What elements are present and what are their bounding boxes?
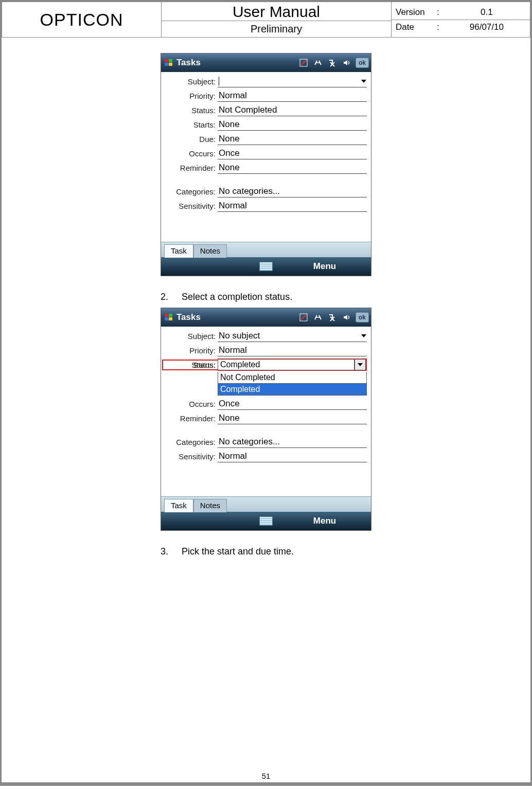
status-option-completed[interactable]: Completed xyxy=(218,384,367,396)
starts-label: Starts: xyxy=(162,120,218,129)
subject-field[interactable] xyxy=(218,75,367,87)
step-2-text: Select a completion status. xyxy=(182,292,292,302)
text-cursor xyxy=(219,77,219,86)
svg-rect-11 xyxy=(169,317,172,320)
status-option-not-completed[interactable]: Not Completed xyxy=(218,372,367,384)
reminder-field[interactable]: None xyxy=(218,412,367,424)
sensitivity-field[interactable]: Normal xyxy=(218,450,367,462)
keyboard-button[interactable] xyxy=(254,262,278,271)
reminder-row: Reminder: None xyxy=(162,411,370,425)
form-area-b: Subject: No subject Priority: Normal Sta… xyxy=(161,327,371,496)
priority-row: Priority: Normal xyxy=(162,343,370,357)
reminder-field[interactable]: None xyxy=(218,162,367,174)
ok-button[interactable]: ok xyxy=(356,58,369,68)
sensitivity-field[interactable]: Normal xyxy=(218,200,367,212)
chevron-down-icon[interactable] xyxy=(361,77,367,87)
categories-field[interactable]: No categories... xyxy=(218,436,367,448)
date-label: Date xyxy=(392,20,433,34)
version-label: Version xyxy=(392,5,433,20)
priority-field[interactable]: Normal xyxy=(218,344,367,356)
connectivity-icon[interactable] xyxy=(312,57,324,68)
meta-cell: Version : 0.1 Date : 96/07/10 xyxy=(392,2,530,38)
brand-cell: OPTICON xyxy=(2,2,162,38)
keyboard-icon xyxy=(259,516,273,526)
reminder-value: None xyxy=(219,163,240,173)
sensitivity-row: Sensitivity: Normal xyxy=(162,449,370,463)
start-flag-icon[interactable] xyxy=(163,312,174,323)
titlebar-title: Tasks xyxy=(176,312,201,322)
status-row: Status: Not Completed xyxy=(162,103,370,117)
due-value: None xyxy=(219,134,240,144)
softkey-menu[interactable]: Menu xyxy=(278,516,371,526)
signal-icon[interactable] xyxy=(327,312,338,323)
content-area: Tasks ok Subject: xyxy=(2,38,530,562)
ok-button[interactable]: ok xyxy=(356,312,369,322)
chevron-down-icon[interactable] xyxy=(361,331,367,342)
step-3-text: Pick the start and due time. xyxy=(182,546,294,557)
status-label: Status: xyxy=(162,106,218,115)
softkeys-a: Menu xyxy=(161,257,371,276)
keyboard-button[interactable] xyxy=(254,516,278,526)
footer-rule xyxy=(2,782,530,784)
categories-field[interactable]: No categories... xyxy=(218,185,367,198)
sensitivity-label: Sensitivity: xyxy=(162,452,218,461)
tab-notes[interactable]: Notes xyxy=(193,499,227,512)
subject-row: Subject: No subject xyxy=(162,329,370,343)
input-icon[interactable] xyxy=(298,312,309,323)
titlebar-title: Tasks xyxy=(176,58,201,68)
starts-field[interactable]: None xyxy=(218,118,367,131)
due-field[interactable]: None xyxy=(218,133,367,145)
sensitivity-value: Normal xyxy=(219,451,247,461)
softkey-menu[interactable]: Menu xyxy=(278,261,371,272)
starts-label-b: Starts: xyxy=(162,371,218,380)
categories-row: Categories: No categories... xyxy=(162,184,370,199)
svg-rect-10 xyxy=(165,317,168,320)
svg-line-5 xyxy=(301,60,306,65)
occurs-value: Once xyxy=(219,148,240,158)
volume-icon[interactable] xyxy=(341,57,352,68)
volume-icon[interactable] xyxy=(341,312,352,323)
svg-rect-3 xyxy=(169,63,172,66)
tab-task[interactable]: Task xyxy=(164,244,193,258)
step-3-num: 3. xyxy=(161,546,179,557)
sensitivity-label: Sensitivity: xyxy=(162,202,218,210)
subtitle-cell: Preliminary xyxy=(162,21,392,38)
occurs-label: Occurs: xyxy=(162,149,218,158)
titlebar-b: Tasks ok xyxy=(161,308,371,327)
svg-rect-8 xyxy=(165,314,168,317)
priority-label: Priority: xyxy=(162,92,218,100)
form-area-a: Subject: Priority: Normal Status: N xyxy=(161,72,371,242)
tabbar-b: Task Notes xyxy=(161,496,371,512)
softkeys-b: Menu xyxy=(161,512,371,530)
signal-icon[interactable] xyxy=(327,57,338,68)
tab-task[interactable]: Task xyxy=(164,499,193,512)
priority-value: Normal xyxy=(219,345,247,355)
status-value: Not Completed xyxy=(219,105,277,115)
brand-text: OPTICON xyxy=(40,10,123,29)
svg-rect-1 xyxy=(169,59,172,62)
occurs-field[interactable]: Once xyxy=(218,398,367,410)
priority-field[interactable]: Normal xyxy=(218,89,367,102)
titlebar-icons: ok xyxy=(298,57,369,68)
categories-label: Categories: xyxy=(162,438,218,446)
sensitivity-value: Normal xyxy=(219,201,247,211)
subject-value: No subject xyxy=(219,331,260,341)
due-row: Due: None xyxy=(162,132,370,146)
status-field[interactable]: Not Completed xyxy=(218,104,367,116)
occurs-field[interactable]: Once xyxy=(218,147,367,159)
tab-notes[interactable]: Notes xyxy=(193,244,227,258)
start-flag-icon[interactable] xyxy=(163,57,174,68)
version-value: 0.1 xyxy=(444,5,530,20)
reminder-row: Reminder: None xyxy=(162,160,370,175)
title-text: User Manual xyxy=(233,3,320,20)
priority-value: Normal xyxy=(219,91,247,101)
connectivity-icon[interactable] xyxy=(312,312,324,323)
input-icon[interactable] xyxy=(298,57,309,68)
categories-row: Categories: No categories... xyxy=(162,435,370,449)
titlebar-icons: ok xyxy=(298,312,369,323)
reminder-value: None xyxy=(219,413,240,423)
title-cell: User Manual xyxy=(162,2,392,21)
subject-label: Subject: xyxy=(162,77,218,86)
occurs-label: Occurs: xyxy=(162,400,218,408)
subject-field[interactable]: No subject xyxy=(218,330,367,342)
